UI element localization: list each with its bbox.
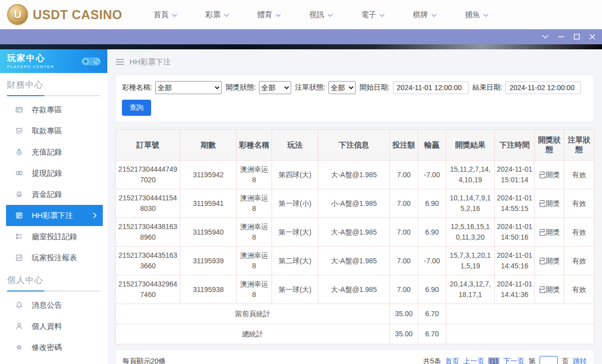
td-play: 第一球(大) bbox=[272, 218, 318, 247]
deposit-card-icon bbox=[15, 106, 23, 114]
end-date-input[interactable] bbox=[505, 82, 581, 94]
td-amount: 7.00 bbox=[390, 189, 418, 218]
td-period: 31195941 bbox=[180, 189, 237, 218]
chevron-right-icon bbox=[93, 212, 97, 219]
table-row: 2152173044329647460 31195938 澳洲幸运8 第一球(大… bbox=[116, 275, 594, 304]
chevron-down-icon bbox=[172, 14, 177, 17]
td-time: 2024-11-01 14:41:36 bbox=[495, 275, 535, 304]
window-minimize-button[interactable] bbox=[553, 29, 569, 44]
nav-item-slots[interactable]: 電子 bbox=[361, 10, 385, 20]
col-draw-result: 開獎結果 bbox=[446, 130, 495, 161]
nav-item-live[interactable]: 視訊 bbox=[309, 10, 333, 20]
jump-button[interactable]: 跳转 bbox=[573, 357, 587, 364]
prev-page-link[interactable]: 上一页 bbox=[463, 357, 484, 364]
jump-suffix-text: 页 bbox=[562, 357, 569, 364]
main-nav: 首頁 彩票 體育 視訊 電子 棋牌 bbox=[154, 10, 489, 20]
td-result: 12,5,16,15,10,11,3,20 bbox=[446, 218, 495, 247]
first-page-link[interactable]: 首页 bbox=[445, 357, 459, 364]
sidebar-item-room-bet-record[interactable]: 廳室投註記錄 bbox=[0, 226, 107, 247]
nav-item-lottery[interactable]: 彩票 bbox=[206, 10, 229, 20]
close-icon bbox=[589, 34, 595, 40]
bell-icon bbox=[15, 301, 23, 309]
total-count-text: 共5条 bbox=[423, 357, 441, 364]
sidebar-header: 玩家中心 PLAYERS CENTER bbox=[0, 49, 107, 73]
filter-label: 結束日期: bbox=[473, 83, 503, 92]
main-content: HH彩票下注 彩種名稱: 全部 開獎狀態: 全部 bbox=[107, 49, 602, 364]
table-row: 2152173044351633660 31195939 澳洲幸运8 第二球(大… bbox=[116, 247, 594, 275]
sidebar-item-withdraw[interactable]: 取款專區 bbox=[0, 120, 107, 141]
filter-label: 開獎狀態: bbox=[226, 83, 256, 92]
sidebar-item-announcements[interactable]: 消息公告 bbox=[0, 295, 107, 316]
nav-item-fishing[interactable]: 捕魚 bbox=[465, 10, 489, 20]
coin-monogram: U bbox=[14, 9, 21, 21]
filter-label: 開始日期: bbox=[360, 83, 390, 92]
col-win-loss: 輸贏 bbox=[418, 130, 446, 161]
td-amount: 35.00 bbox=[390, 324, 418, 344]
col-period: 期數 bbox=[180, 130, 237, 161]
brand-logo[interactable]: U USDT CASINO bbox=[7, 4, 122, 25]
start-date-input[interactable] bbox=[393, 82, 469, 94]
sidebar-item-deposit[interactable]: 存款專區 bbox=[0, 99, 107, 120]
nav-item-home[interactable]: 首頁 bbox=[154, 10, 177, 20]
sidebar-item-label: HH彩票下注 bbox=[32, 211, 73, 221]
section-finance-header: 財務中心 bbox=[0, 73, 107, 99]
gamepad-icon bbox=[79, 53, 103, 69]
td-period: 31195938 bbox=[180, 275, 237, 304]
td-result: 15,11,2,7,14,4,10,19 bbox=[446, 161, 495, 189]
sidebar-item-change-password[interactable]: 修改密碼 bbox=[0, 337, 107, 358]
lottery-name-select[interactable]: 全部 bbox=[155, 81, 222, 94]
td-orderstatus: 有效 bbox=[564, 218, 594, 247]
td-time: 2024-11-01 14:50:16 bbox=[495, 218, 535, 247]
td-amount: 7.00 bbox=[390, 161, 418, 189]
table-row: 2152173044381638960 31195940 澳洲幸运8 第一球(大… bbox=[116, 218, 594, 247]
td-info: 小-A盤@1.985 bbox=[318, 189, 390, 218]
room-checklist-icon bbox=[15, 233, 23, 241]
td-amount: 7.00 bbox=[390, 218, 418, 247]
window-dropdown-button[interactable] bbox=[538, 29, 553, 44]
nav-item-cards[interactable]: 棋牌 bbox=[413, 10, 437, 20]
col-play: 玩法 bbox=[272, 130, 318, 161]
nav-item-sports[interactable]: 體育 bbox=[257, 10, 281, 20]
td-lottery: 澳洲幸运8 bbox=[237, 161, 272, 189]
sidebar-item-recharge-record[interactable]: 充值記錄 bbox=[0, 141, 107, 163]
col-order-id: 訂單號 bbox=[116, 130, 180, 161]
td-winloss: 6.90 bbox=[418, 218, 446, 247]
search-button[interactable]: 查詢 bbox=[122, 100, 151, 116]
order-status-select[interactable]: 全部 bbox=[328, 81, 356, 94]
bets-table: 訂單號 期數 彩種名稱 玩法 下注信息 投注額 輸贏 開獎結果 下注時間 開獎狀… bbox=[115, 129, 594, 344]
current-page-indicator: [1] bbox=[488, 357, 499, 364]
td-drawstatus: 已開獎 bbox=[535, 218, 564, 247]
sidebar-item-player-bet-report[interactable]: 玩家投注報表 bbox=[0, 247, 107, 268]
window-close-button[interactable] bbox=[584, 29, 600, 44]
sidebar-item-funds-record[interactable]: 資金記錄 bbox=[0, 184, 107, 205]
sidebar-item-withdrawal-record[interactable]: 提現記錄 bbox=[0, 163, 107, 184]
sidebar-item-label: 玩家投注報表 bbox=[32, 253, 77, 263]
col-bet-amount: 投注額 bbox=[390, 130, 418, 161]
sidebar-item-label: 個人資料 bbox=[32, 322, 62, 331]
td-orderstatus: 有效 bbox=[564, 161, 594, 189]
td-drawstatus: 已開獎 bbox=[535, 247, 564, 275]
td-lottery: 澳洲幸运8 bbox=[237, 247, 272, 275]
filter-label: 彩種名稱: bbox=[122, 83, 152, 92]
sidebar-item-profile[interactable]: 個人資料 bbox=[0, 316, 107, 337]
decorative-strip bbox=[0, 44, 602, 49]
nav-label: 體育 bbox=[257, 10, 273, 20]
window-maximize-button[interactable] bbox=[569, 29, 584, 44]
td-orderstatus: 有效 bbox=[564, 275, 594, 304]
td-order: 2152173044381638960 bbox=[116, 218, 180, 247]
page-jump-input[interactable] bbox=[540, 356, 558, 364]
next-page-link[interactable]: 下一页 bbox=[503, 357, 524, 364]
sidebar-item-hh-lottery-bets[interactable]: HH彩票下注 bbox=[6, 205, 103, 226]
sidebar-item-label: 提現記錄 bbox=[32, 169, 62, 178]
draw-status-select[interactable]: 全部 bbox=[259, 81, 291, 94]
table-row: 2152173044411548030 31195941 澳洲幸运8 第一球(小… bbox=[116, 189, 594, 218]
filter-draw-status: 開獎狀態: 全部 bbox=[226, 81, 291, 94]
col-lottery: 彩種名稱 bbox=[237, 130, 272, 161]
menu-icon[interactable] bbox=[115, 58, 124, 65]
pager: 共5条 首页 上一页 [1] 下一页 第 页 跳转 bbox=[423, 356, 587, 364]
td-lottery: 澳洲幸运8 bbox=[237, 189, 272, 218]
summary-label: 總統計 bbox=[116, 324, 390, 344]
td-orderstatus: 有效 bbox=[564, 189, 594, 218]
section-agent-header: 代理中心 bbox=[0, 358, 107, 364]
chevron-down-icon bbox=[379, 14, 385, 17]
